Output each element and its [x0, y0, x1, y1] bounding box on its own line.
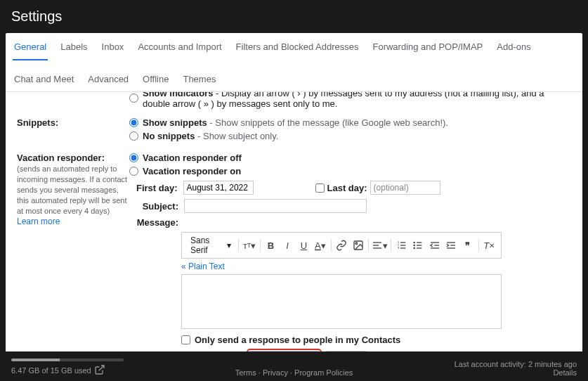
plain-text-link[interactable]: « Plain Text	[181, 261, 571, 271]
vacation-label: Vacation responder:	[17, 153, 105, 163]
clear-format-icon[interactable]: T✕	[481, 237, 496, 254]
chevron-down-icon: ▾	[227, 240, 231, 250]
first-day-input[interactable]	[183, 181, 254, 195]
show-snippets-radio[interactable]	[129, 118, 138, 127]
bullet-list-icon[interactable]	[411, 237, 426, 254]
no-snippets-text: No snippets - Show subject only.	[143, 131, 278, 141]
subject-input[interactable]	[184, 199, 367, 213]
indent-more-icon[interactable]	[444, 237, 459, 254]
show-snippets-text: Show snippets - Show snippets of the mes…	[143, 117, 448, 128]
svg-point-15	[414, 245, 414, 245]
svg-point-14	[414, 242, 414, 243]
align-icon[interactable]: ▾	[372, 237, 388, 254]
tab-general[interactable]: General	[13, 39, 48, 60]
svg-text:3: 3	[398, 246, 400, 250]
vacation-on-text: Vacation responder on	[143, 166, 241, 176]
bold-icon[interactable]: B	[263, 237, 278, 254]
show-indicators-text: Show indicators - Display an arrow ( › )…	[143, 92, 571, 109]
underline-icon[interactable]: U	[296, 237, 311, 254]
indent-less-icon[interactable]	[427, 237, 442, 254]
tab-offline[interactable]: Offline	[141, 71, 170, 91]
tab-advanced[interactable]: Advanced	[86, 71, 130, 91]
last-day-checkbox[interactable]	[315, 183, 325, 193]
contacts-only-checkbox[interactable]	[181, 335, 190, 344]
snippets-label: Snippets:	[17, 117, 58, 128]
svg-point-16	[414, 247, 414, 248]
text-color-icon[interactable]: A ▾	[313, 237, 327, 254]
subject-label: Subject:	[136, 201, 178, 212]
last-day-input[interactable]: (optional)	[370, 181, 440, 195]
vacation-off-text: Vacation responder off	[143, 153, 242, 163]
tab-filters[interactable]: Filters and Blocked Addresses	[235, 39, 360, 60]
link-icon[interactable]	[334, 237, 349, 254]
svg-point-1	[355, 243, 358, 245]
details-link[interactable]: Details	[553, 368, 577, 377]
activity-text: Last account activity: 2 minutes ago	[455, 360, 577, 368]
footer: 6.47 GB of 15 GB used Terms · Privacy · …	[0, 351, 588, 381]
contacts-only-label: Only send a response to people in my Con…	[195, 335, 400, 345]
no-snippets-radio[interactable]	[129, 131, 138, 141]
learn-more-link[interactable]: Learn more	[17, 217, 60, 226]
tab-labels[interactable]: Labels	[59, 39, 89, 60]
storage-text: 6.47 GB of 15 GB used	[11, 366, 91, 375]
tab-addons[interactable]: Add-ons	[495, 39, 532, 60]
last-day-label: Last day:	[327, 183, 367, 193]
show-indicators-radio[interactable]	[129, 93, 138, 103]
font-selector[interactable]: Sans Serif ▾	[186, 235, 235, 255]
message-label: Message:	[136, 217, 178, 228]
privacy-link[interactable]: Privacy	[263, 368, 288, 377]
terms-link[interactable]: Terms	[235, 368, 256, 377]
page-title: Settings	[0, 0, 588, 33]
message-textarea[interactable]	[181, 274, 502, 329]
vacation-hint: (sends an automated reply to incoming me…	[17, 164, 127, 215]
first-day-label: First day:	[136, 183, 178, 193]
tab-forwarding[interactable]: Forwarding and POP/IMAP	[371, 39, 484, 60]
tab-inbox[interactable]: Inbox	[100, 39, 126, 60]
format-toolbar: Sans Serif ▾ тT ▾ B I U A ▾ ▾	[181, 232, 502, 259]
tab-accounts[interactable]: Accounts and Import	[136, 39, 223, 60]
storage-bar	[11, 359, 124, 361]
vacation-on-radio[interactable]	[129, 167, 138, 176]
external-link-icon[interactable]	[94, 364, 105, 377]
tab-themes[interactable]: Themes	[181, 71, 217, 91]
vacation-off-radio[interactable]	[129, 153, 138, 162]
italic-icon[interactable]: I	[280, 237, 294, 254]
image-icon[interactable]	[351, 237, 365, 254]
settings-tabs: General Labels Inbox Accounts and Import…	[6, 33, 582, 92]
policies-link[interactable]: Program Policies	[294, 368, 353, 377]
font-size-icon[interactable]: тT ▾	[242, 237, 256, 254]
numbered-list-icon[interactable]: 123	[394, 237, 409, 254]
quote-icon[interactable]: ❞	[460, 237, 475, 254]
svg-line-23	[98, 366, 103, 370]
tab-chat[interactable]: Chat and Meet	[13, 71, 75, 91]
